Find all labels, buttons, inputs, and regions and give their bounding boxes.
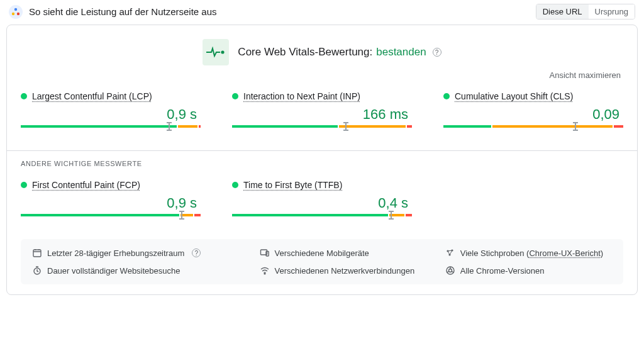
footer-chrome-versions: Alle Chrome-Versionen [445,265,612,276]
distribution-bar [443,125,623,134]
svg-point-1 [12,12,14,14]
expand-view-link[interactable]: Ansicht maximieren [550,70,621,80]
toggle-origin[interactable]: Ursprung [589,4,635,19]
page-title: So sieht die Leistung auf der Nutzerseit… [29,6,217,17]
svg-point-11 [264,273,265,274]
field-data-card: Core Web Vitals-Bewertung: bestanden ? A… [6,25,638,295]
secondary-section-label: ANDERE WICHTIGE MESSWERTE [21,160,623,167]
distribution-bar [232,125,412,134]
distribution-bar [21,125,201,134]
metric-card: Interaction to Next Paint (INP)166 ms [232,91,412,134]
metric-value: 0,09 [443,106,623,123]
svg-point-3 [221,50,225,53]
page-header: So sieht die Leistung auf der Nutzerseit… [6,4,638,25]
metric-name-link[interactable]: Cumulative Layout Shift (CLS) [455,91,573,101]
help-icon[interactable]: ? [192,248,201,257]
distribution-bar [232,214,412,223]
metric-card: First Contentful Paint (FCP)0,9 s [21,180,201,223]
assessment: Core Web Vitals-Bewertung: bestanden ? [21,36,623,70]
metric-card: Time to First Byte (TTFB)0,4 s [232,180,412,223]
svg-point-2 [17,12,19,14]
percentile-marker [345,123,347,130]
svg-point-0 [14,8,17,10]
footer-visit-duration: Dauer vollständiger Websitebesuche [32,265,241,276]
metric-card: Cumulative Layout Shift (CLS)0,09 [443,91,623,134]
assessment-status: bestanden [376,46,426,59]
metric-name-link[interactable]: Interaction to Next Paint (INP) [243,91,360,101]
footer-samples: Viele Stichproben (Chrome-UX-Bericht) [445,248,612,258]
crux-report-link[interactable]: Chrome-UX-Bericht [529,248,600,258]
percentile-marker [391,212,392,218]
svg-rect-4 [33,250,41,257]
percentile-marker [181,212,182,218]
footer-devices: Verschiedene Mobilgeräte [260,248,426,258]
metric-value: 0,4 s [232,195,412,211]
distribution-bar [21,214,201,223]
percentile-marker [169,123,170,130]
metric-card: Largest Contentful Paint (LCP)0,9 s [21,91,201,134]
metric-value: 166 ms [232,106,412,123]
help-icon[interactable]: ? [433,48,441,57]
data-source-footer: Letzter 28-tägiger Erhebungszeitraum ? V… [21,239,623,284]
assessment-label: Core Web Vitals-Bewertung: [238,46,372,59]
core-metrics-grid: Largest Contentful Paint (LCP)0,9 sInter… [21,87,623,137]
metric-name-link[interactable]: Time to First Byte (TTFB) [243,180,342,190]
scope-toggle[interactable]: Diese URL Ursprung [536,4,635,20]
secondary-metrics-grid: First Contentful Paint (FCP)0,9 sTime to… [21,176,623,225]
status-dot [21,182,27,188]
field-data-icon [9,5,23,19]
toggle-url[interactable]: Diese URL [536,4,589,19]
status-dot [232,182,238,188]
status-dot [21,93,27,99]
metric-name-link[interactable]: Largest Contentful Paint (LCP) [32,91,152,101]
footer-network: Verschiedenen Netzwerkverbindungen [260,265,426,276]
metric-value: 0,9 s [21,195,201,211]
pulse-icon [203,39,229,65]
percentile-marker [575,123,576,130]
status-dot [443,93,450,99]
status-dot [232,93,238,99]
metric-name-link[interactable]: First Contentful Paint (FCP) [32,180,140,190]
metric-value: 0,9 s [21,106,201,123]
footer-collection-period: Letzter 28-tägiger Erhebungszeitraum ? [32,248,241,258]
